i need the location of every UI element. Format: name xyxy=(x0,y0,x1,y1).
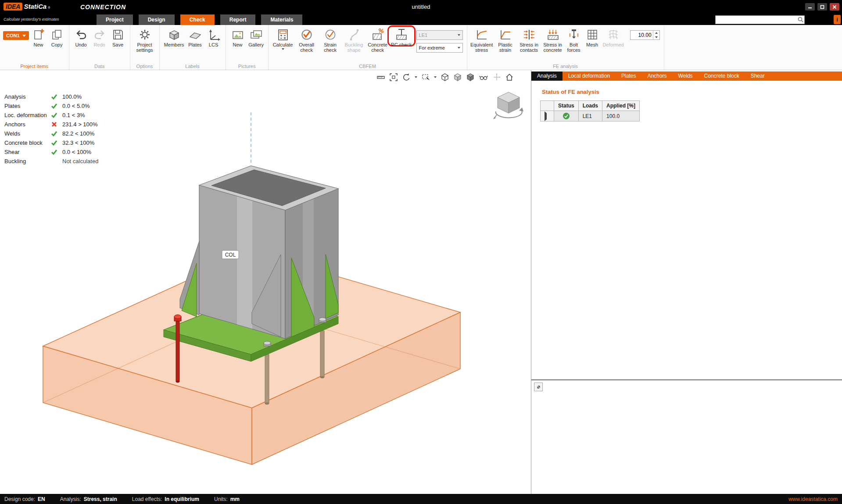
fit-view-icon[interactable] xyxy=(389,73,398,82)
plastic-strain-button[interactable]: Plastic strain xyxy=(494,26,517,53)
bolt-forces-button[interactable]: Bolt forces xyxy=(565,26,583,53)
stress-in-contacts-icon xyxy=(523,28,536,41)
pass-check-icon xyxy=(51,129,62,138)
chevron-down-icon[interactable] xyxy=(415,76,417,78)
project-settings-button[interactable]: Project settings xyxy=(133,26,156,53)
row-expander[interactable] xyxy=(541,111,554,122)
deformation-scale-spinner[interactable] xyxy=(630,30,660,40)
rc-check-label: RC check xyxy=(391,42,412,47)
concrete-check-button[interactable]: Concrete check xyxy=(366,26,389,53)
plate-icon xyxy=(189,28,202,41)
con1-dropdown[interactable]: CON1 xyxy=(3,31,29,40)
load-case-dropdown[interactable]: LE1 xyxy=(416,30,463,40)
picture-new-icon xyxy=(231,28,244,41)
close-button[interactable] xyxy=(830,3,839,11)
lcs-label: LCS xyxy=(209,42,218,47)
undo-button[interactable]: Undo xyxy=(72,26,90,47)
save-label: Save xyxy=(112,42,123,47)
spinner-down-button[interactable] xyxy=(653,35,659,39)
search-icon[interactable] xyxy=(797,16,804,23)
home-view-icon[interactable] xyxy=(505,73,514,82)
info-button[interactable]: i xyxy=(834,15,841,24)
load-effects-value: In equilibrium xyxy=(165,496,199,502)
website-link[interactable]: www.ideastatica.com xyxy=(788,496,838,502)
deformation-scale-input[interactable] xyxy=(631,31,653,39)
mesh-label: Mesh xyxy=(586,42,598,47)
units-value: mm xyxy=(230,496,240,502)
gallery-icon xyxy=(250,28,263,41)
navigation-cube[interactable] xyxy=(491,89,526,122)
result-value: 231.4 > 100% xyxy=(62,120,111,129)
overall-check-button[interactable]: Overall check xyxy=(295,26,318,53)
selection-mode-icon[interactable] xyxy=(421,73,430,82)
save-button[interactable]: Save xyxy=(109,26,127,47)
tab-analysis[interactable]: Analysis xyxy=(531,71,563,81)
rc-check-icon xyxy=(395,28,408,41)
strain-check-label: Strain check xyxy=(319,42,342,53)
wireframe-cube-icon[interactable] xyxy=(441,73,449,82)
group-label-labels: Labels xyxy=(160,64,226,69)
chevron-down-icon xyxy=(655,36,658,38)
design-code-value: EN xyxy=(38,496,45,502)
tab-anchors[interactable]: Anchors xyxy=(641,71,672,81)
calculate-button[interactable]: Calculate xyxy=(272,26,294,50)
stress-in-contacts-button[interactable]: Stress in contacts xyxy=(518,26,541,53)
solid-cube-icon[interactable] xyxy=(466,73,475,82)
maximize-icon xyxy=(820,5,824,9)
search-box xyxy=(715,15,805,24)
tab-report[interactable]: Report xyxy=(220,14,256,25)
buckling-shape-label: Buckling shape xyxy=(343,42,365,53)
measure-icon[interactable] xyxy=(376,73,385,82)
new-picture-button[interactable]: New xyxy=(229,26,247,47)
group-label-project-items: Project items xyxy=(0,64,69,69)
maximize-button[interactable] xyxy=(817,3,827,11)
view-settings-icon[interactable] xyxy=(479,73,488,82)
bolt-forces-label: Bolt forces xyxy=(565,42,583,53)
equivalent-stress-button[interactable]: Equivalent stress xyxy=(470,26,493,53)
tab-check[interactable]: Check xyxy=(180,14,215,25)
copy-button[interactable]: Copy xyxy=(48,26,66,47)
ribbon-group-project-items: CON1 New Copy Project items xyxy=(0,25,69,70)
tab-design[interactable]: Design xyxy=(139,14,175,25)
chevron-down-icon xyxy=(282,48,284,50)
app-name: CONNECTION xyxy=(80,4,126,11)
plates-labels-button[interactable]: Plates xyxy=(186,26,204,47)
plastic-strain-icon xyxy=(499,28,512,41)
new-project-button[interactable]: New xyxy=(30,26,47,47)
strain-check-button[interactable]: Strain check xyxy=(319,26,342,53)
tab-materials[interactable]: Materials xyxy=(261,14,302,25)
search-input[interactable] xyxy=(716,17,797,23)
rc-check-button[interactable]: RC check xyxy=(390,26,413,47)
picture-new-label: New xyxy=(233,42,243,47)
tab-plates[interactable]: Plates xyxy=(616,71,641,81)
panel-divider[interactable] xyxy=(531,379,842,380)
tab-concrete-block[interactable]: Concrete block xyxy=(699,71,745,81)
expander-column-header xyxy=(541,101,554,111)
mesh-button[interactable]: Mesh xyxy=(584,26,601,47)
chevron-up-icon xyxy=(655,32,658,34)
gallery-button[interactable]: Gallery xyxy=(247,26,265,47)
plastic-strain-label: Plastic strain xyxy=(494,42,517,53)
extreme-dropdown[interactable]: For extreme xyxy=(416,43,463,53)
minimize-button[interactable] xyxy=(805,3,815,11)
tab-project[interactable]: Project xyxy=(97,14,133,25)
rotate-view-icon[interactable] xyxy=(402,73,411,82)
results-panel: Analysis Local deformation Plates Anchor… xyxy=(531,70,842,494)
fe-analysis-status-heading: Status of FE analysis xyxy=(542,89,842,95)
check-results-summary: Analysis 100.0% Plates 0.0 < 5.0% Loc. d… xyxy=(4,92,111,166)
shaded-cube-icon[interactable] xyxy=(453,73,462,82)
spinner-up-button[interactable] xyxy=(653,31,659,35)
status-ok-icon xyxy=(563,113,570,119)
result-label: Concrete block xyxy=(4,138,51,147)
axes-icon xyxy=(207,28,220,41)
expand-panel-button[interactable] xyxy=(534,382,543,391)
chevron-down-icon[interactable] xyxy=(434,76,437,78)
lcs-labels-button[interactable]: LCS xyxy=(205,26,222,47)
tab-local-deformation[interactable]: Local deformation xyxy=(563,71,616,81)
stress-in-concrete-button[interactable]: Stress in concrete xyxy=(541,26,564,53)
con1-label: CON1 xyxy=(6,33,20,38)
tab-shear[interactable]: Shear xyxy=(745,71,770,81)
members-labels-button[interactable]: Members xyxy=(163,26,186,47)
tab-welds[interactable]: Welds xyxy=(672,71,698,81)
fail-cross-icon xyxy=(51,120,62,129)
